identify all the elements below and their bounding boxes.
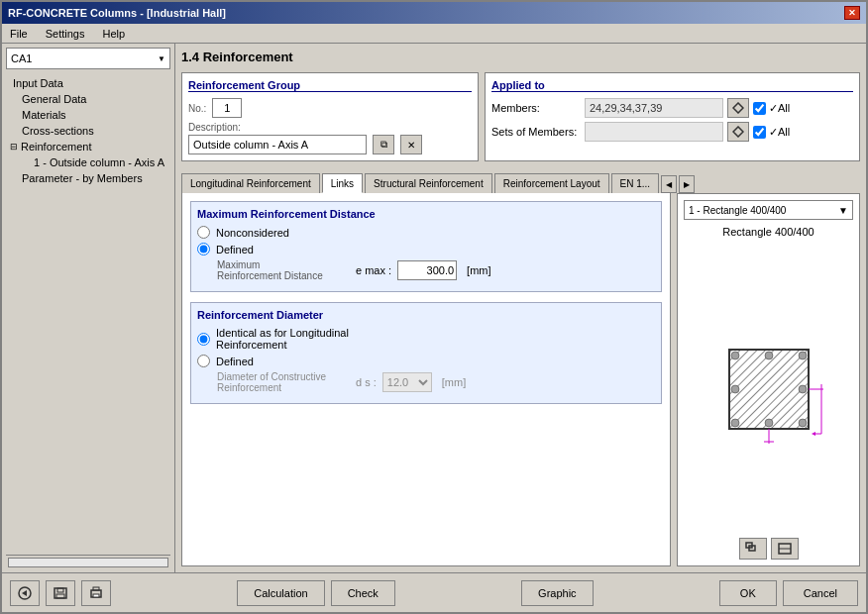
tree-item-reinforcement[interactable]: ⊟ Reinforcement <box>6 139 170 154</box>
defined-radio[interactable] <box>197 243 210 256</box>
tab-nav-left[interactable]: ◀ <box>661 175 677 193</box>
tab-links[interactable]: Links <box>322 173 363 193</box>
menu-help[interactable]: Help <box>98 27 129 41</box>
ds-dim-label: Diameter of ConstructiveReinforcement <box>217 371 346 393</box>
all-checkbox-1[interactable]: ✓All <box>753 102 790 115</box>
tab-en1[interactable]: EN 1... <box>611 173 660 193</box>
tabs-and-content: Longitudinal Reinforcement Links Structu… <box>181 173 860 566</box>
nonconsidered-radio[interactable] <box>197 226 210 239</box>
delete-button[interactable]: ✕ <box>400 135 422 154</box>
sets-pick-button[interactable] <box>727 122 749 142</box>
save-button[interactable] <box>46 580 75 606</box>
reinforcement-group: Reinforcement Group No.: Description: ⧉ … <box>181 72 479 161</box>
tree-item-general-data[interactable]: General Data <box>6 91 170 107</box>
members-label: Members: <box>491 102 581 114</box>
ca-select[interactable]: CA1 ▼ <box>6 48 170 69</box>
defined-label: Defined <box>216 244 254 256</box>
cs-dropdown[interactable]: 1 - Rectangle 400/400 ▼ <box>684 200 853 220</box>
check-button[interactable]: Check <box>331 580 395 606</box>
rebar-tl <box>731 352 739 359</box>
tree-item-input-data[interactable]: Input Data <box>6 75 170 91</box>
section-rect <box>729 350 809 429</box>
tab-structural[interactable]: Structural Reinforcement <box>365 173 492 193</box>
cs-btn2[interactable] <box>771 538 799 560</box>
emax-input[interactable] <box>397 260 457 280</box>
tree-item-materials[interactable]: Materials <box>6 107 170 123</box>
defined2-label: Defined <box>216 356 254 367</box>
max-rein-dist-title: Maximum Reinforcement Distance <box>197 208 655 220</box>
tabs-row: Longitudinal Reinforcement Links Structu… <box>181 173 860 193</box>
titlebar: RF-CONCRETE Columns - [Industrial Hall] … <box>2 2 866 24</box>
defined2-radio[interactable] <box>197 355 210 367</box>
tab-nav-right[interactable]: ▶ <box>679 175 695 193</box>
menu-settings[interactable]: Settings <box>42 27 89 41</box>
copy-button[interactable]: ⧉ <box>373 135 394 154</box>
emax-unit: [mm] <box>467 264 490 276</box>
no-label: No.: <box>188 103 206 114</box>
rebar-rm <box>799 385 807 393</box>
ok-button[interactable]: OK <box>719 580 777 606</box>
cross-section-panel: 1 - Rectangle 400/400 ▼ Rectangle 400/40… <box>677 193 860 566</box>
members-pick-button[interactable] <box>727 98 749 118</box>
tab-layout[interactable]: Reinforcement Layout <box>494 173 609 193</box>
emax-row: MaximumReinforcement Distance e max : [m… <box>217 259 655 281</box>
graphic-button[interactable]: Graphic <box>521 580 594 606</box>
rein-diameter-section: Reinforcement Diameter Identical as for … <box>190 302 662 404</box>
nonconsidered-label: Nonconsidered <box>216 227 289 239</box>
identical-row: Identical as for LongitudinalReinforceme… <box>197 327 655 351</box>
max-rein-dist-section: Maximum Reinforcement Distance Nonconsid… <box>190 201 662 292</box>
no-input[interactable] <box>212 98 242 118</box>
svg-rect-12 <box>93 594 99 597</box>
dim-arrow <box>815 394 821 434</box>
chevron-down-icon: ▼ <box>158 54 165 63</box>
cs-btn1[interactable] <box>739 538 767 560</box>
svg-rect-11 <box>93 587 99 590</box>
tab-content-wrapper: Maximum Reinforcement Distance Nonconsid… <box>181 193 860 566</box>
cs-name: Rectangle 400/400 <box>722 226 814 238</box>
menu-file[interactable]: File <box>6 27 32 41</box>
right-panel: 1.4 Reinforcement Reinforcement Group No… <box>175 44 866 572</box>
sets-row: Sets of Members: ✓All <box>491 122 853 142</box>
h-scrollbar[interactable] <box>6 555 170 568</box>
cancel-button[interactable]: Cancel <box>783 580 858 606</box>
all-checkbox-2[interactable]: ✓All <box>753 126 790 139</box>
defined2-row: Defined <box>197 355 655 367</box>
rebar-br <box>799 419 807 427</box>
defined-row: Defined <box>197 243 655 256</box>
rebar-lm <box>731 385 739 393</box>
scroll-track[interactable] <box>8 558 168 567</box>
bottom-bar: Calculation Check Graphic OK Cancel <box>2 572 866 612</box>
close-button[interactable]: ✕ <box>844 6 860 20</box>
ds-row: Diameter of ConstructiveReinforcement d … <box>217 371 655 393</box>
main-content: CA1 ▼ Input Data General Data Materials … <box>2 44 866 572</box>
svg-marker-6 <box>22 590 27 596</box>
collapse-icon: ⊟ <box>10 142 18 152</box>
tree-item-parameter[interactable]: Parameter - by Members <box>6 170 170 186</box>
top-section: Reinforcement Group No.: Description: ⧉ … <box>181 72 860 167</box>
rebar-bl <box>731 419 739 427</box>
rein-group-title: Reinforcement Group <box>188 79 472 92</box>
rein-group-desc-row: Description: <box>188 122 472 133</box>
chevron-down-icon: ▼ <box>838 205 848 216</box>
applied-to-title: Applied to <box>491 79 853 92</box>
window-title: RF-CONCRETE Columns - [Industrial Hall] <box>8 7 226 19</box>
ds-label: d s : <box>356 376 377 388</box>
print-button[interactable] <box>81 580 111 606</box>
calculation-button[interactable]: Calculation <box>237 580 324 606</box>
ds-select[interactable]: 12.0 <box>382 372 432 392</box>
ds-unit: [mm] <box>442 376 466 388</box>
tree-item-cross-sections[interactable]: Cross-sections <box>6 123 170 139</box>
tree-item-outside-column[interactable]: 1 - Outside column - Axis A <box>6 154 170 170</box>
applied-to: Applied to Members: ✓All Sets of Members… <box>485 72 860 161</box>
ca-select-value: CA1 <box>11 52 32 64</box>
cs-preview <box>709 246 828 532</box>
members-input[interactable] <box>585 98 723 118</box>
desc-input[interactable] <box>188 135 367 154</box>
emax-dim-label: MaximumReinforcement Distance <box>217 259 346 281</box>
nav-prev-button[interactable] <box>10 580 40 606</box>
sets-input[interactable] <box>585 122 723 142</box>
rein-diameter-title: Reinforcement Diameter <box>197 309 655 321</box>
tab-longitudinal[interactable]: Longitudinal Reinforcement <box>181 173 320 193</box>
dim-arrowhead <box>812 432 815 436</box>
identical-radio[interactable] <box>197 333 210 346</box>
